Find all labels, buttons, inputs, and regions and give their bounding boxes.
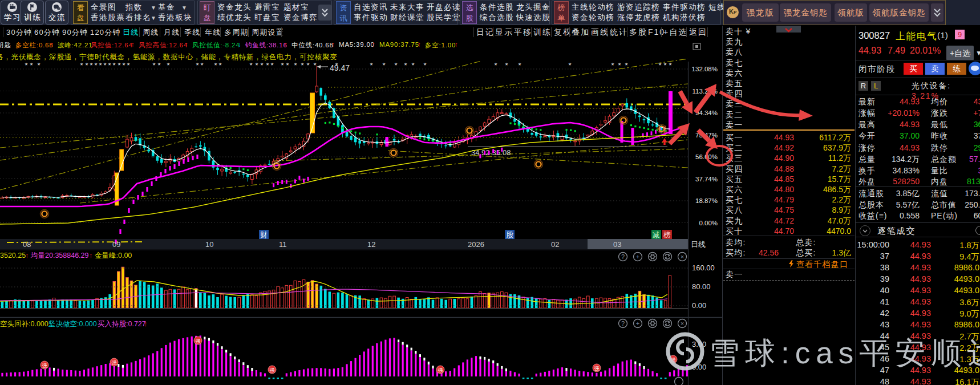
svg-text:空头回补:0.000: 空头回补:0.000 xyxy=(0,320,48,328)
svg-text:0.00: 0.00 xyxy=(692,301,706,310)
svg-text:*: * xyxy=(103,61,106,70)
svg-text:*: * xyxy=(30,61,33,70)
svg-text:*: * xyxy=(411,61,414,70)
svg-text:金量峰:0.00: 金量峰:0.00 xyxy=(95,252,132,260)
svg-text:*: * xyxy=(404,61,407,70)
svg-text:*: * xyxy=(112,61,115,70)
svg-text:*: * xyxy=(270,61,273,70)
svg-text:0.00%: 0.00% xyxy=(699,220,718,226)
svg-text:*: * xyxy=(85,61,88,70)
svg-text:*: * xyxy=(122,61,125,70)
svg-text:*: * xyxy=(218,61,221,70)
svg-text:*: * xyxy=(266,61,269,70)
svg-text:榜: 榜 xyxy=(663,231,671,239)
svg-text:*: * xyxy=(167,61,169,70)
svg-text:减: 减 xyxy=(653,231,660,239)
svg-text:3520.25: 3520.25 xyxy=(0,252,26,260)
svg-text:强: 强 xyxy=(42,363,47,368)
svg-text:*: * xyxy=(286,61,289,70)
svg-text:*: * xyxy=(294,61,297,70)
svg-text:*: * xyxy=(80,61,83,70)
svg-text:×: × xyxy=(681,253,684,260)
svg-text:02: 02 xyxy=(551,240,559,249)
svg-text:*: * xyxy=(118,61,120,70)
svg-text:*: * xyxy=(625,61,627,70)
svg-text:*: * xyxy=(494,61,497,70)
svg-text:财: 财 xyxy=(260,231,268,239)
svg-text:*: * xyxy=(196,61,199,70)
svg-text:*: * xyxy=(99,61,102,70)
svg-text:*: * xyxy=(301,61,303,70)
svg-text:03: 03 xyxy=(613,240,621,249)
svg-text:*: * xyxy=(394,61,397,70)
svg-text:160.00: 160.00 xyxy=(692,264,715,272)
svg-text:*: * xyxy=(37,61,40,70)
svg-text:坚决做空:0.000: 坚决做空:0.000 xyxy=(48,320,97,328)
svg-text:12: 12 xyxy=(367,240,375,249)
svg-text:*: * xyxy=(157,61,160,70)
svg-text:*: * xyxy=(94,61,97,70)
svg-text:强: 强 xyxy=(112,360,117,366)
svg-text:强: 强 xyxy=(270,367,275,373)
svg-text:强: 强 xyxy=(196,338,201,344)
svg-text:?: ? xyxy=(621,320,625,327)
svg-text:买入持股:0.727: 买入持股:0.727 xyxy=(98,320,146,328)
svg-text:11: 11 xyxy=(279,240,287,249)
svg-text:10: 10 xyxy=(205,240,213,249)
svg-text:强: 强 xyxy=(594,366,600,371)
svg-text:2026: 2026 xyxy=(468,240,484,249)
svg-text:↑: ↑ xyxy=(144,319,148,328)
svg-text:*: * xyxy=(108,61,111,70)
svg-text:日线: 日线 xyxy=(691,240,706,249)
svg-text:09: 09 xyxy=(112,240,120,249)
svg-text:股: 股 xyxy=(506,231,513,239)
svg-text:*: * xyxy=(313,61,316,70)
svg-text:*: * xyxy=(152,61,155,70)
svg-text:34.92-35.08: 34.92-35.08 xyxy=(471,148,511,157)
svg-text:+: + xyxy=(636,253,639,260)
svg-text:*: * xyxy=(127,61,129,70)
svg-text:*: * xyxy=(518,61,521,70)
svg-text:?: ? xyxy=(621,253,625,260)
svg-text:*: * xyxy=(618,61,621,70)
svg-text:↑: ↑ xyxy=(25,251,29,260)
svg-text:×: × xyxy=(681,320,684,327)
svg-text:*: * xyxy=(306,61,309,70)
svg-text:*: * xyxy=(25,61,27,70)
svg-text:*: * xyxy=(214,61,217,70)
svg-text:*: * xyxy=(382,61,385,70)
svg-text:*: * xyxy=(200,61,203,70)
svg-text:*: * xyxy=(611,61,614,70)
svg-text:*: * xyxy=(249,61,252,70)
svg-text:*: * xyxy=(281,61,284,70)
svg-text:↑: ↑ xyxy=(89,251,93,260)
svg-text:*: * xyxy=(370,61,372,70)
svg-text:*: * xyxy=(568,61,571,70)
svg-text:49.47: 49.47 xyxy=(330,63,350,72)
svg-text:80.00: 80.00 xyxy=(692,282,711,291)
svg-text:*: * xyxy=(90,61,92,70)
svg-text:*: * xyxy=(260,61,263,70)
svg-text:*: * xyxy=(423,61,426,70)
svg-text:*: * xyxy=(255,61,258,70)
svg-text:08: 08 xyxy=(23,240,31,249)
svg-text:强: 强 xyxy=(438,367,443,373)
svg-text:18.87%: 18.87% xyxy=(695,197,718,204)
svg-text:均量20:358846.29: 均量20:358846.29 xyxy=(30,252,89,260)
svg-text:*: * xyxy=(505,61,508,70)
svg-text:+: + xyxy=(636,320,639,327)
